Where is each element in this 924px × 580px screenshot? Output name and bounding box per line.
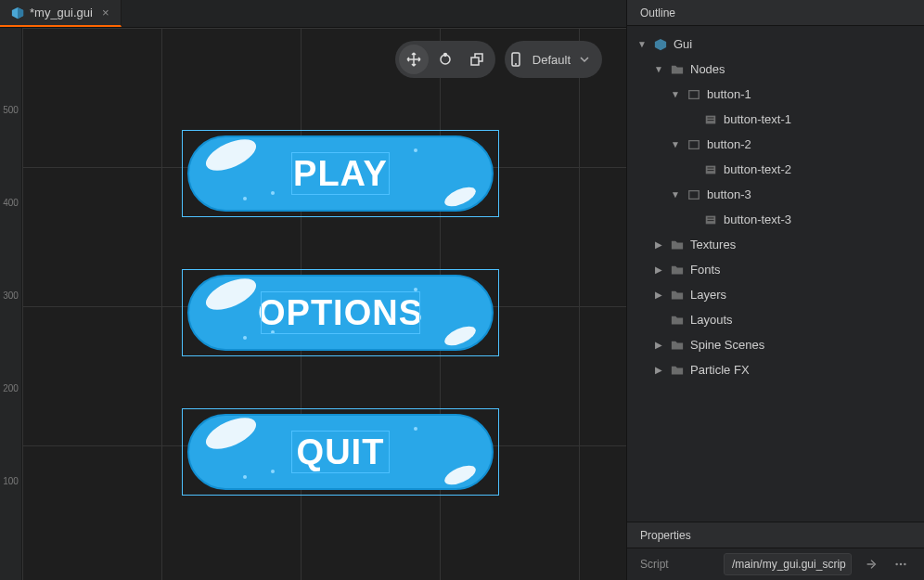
properties-panel: Properties Script /main/my_gui.gui_scrip xyxy=(627,522,924,580)
chevron-down-icon[interactable]: ▼ xyxy=(670,139,681,150)
script-value: /main/my_gui.gui_scrip xyxy=(732,558,846,571)
folder-icon xyxy=(670,62,685,77)
tree-item-label: Spine Scenes xyxy=(690,338,764,352)
chevron-right-icon[interactable]: ▶ xyxy=(653,290,664,301)
chevron-right-icon[interactable]: ▶ xyxy=(653,264,664,276)
scale-tool-button[interactable] xyxy=(462,45,492,74)
device-icon xyxy=(508,52,523,67)
tree-item[interactable]: ▼Nodes xyxy=(627,57,924,82)
chevron-down-icon[interactable]: ▼ xyxy=(636,39,648,50)
tree-item[interactable]: ▼button-2 xyxy=(627,132,924,157)
tree-item[interactable]: button-text-1 xyxy=(627,107,924,132)
properties-panel-header: Properties xyxy=(627,522,924,548)
outline-tree: ▼Gui▼Nodes▼button-1button-text-1▼button-… xyxy=(627,26,924,522)
folder-icon xyxy=(670,313,685,328)
box-icon xyxy=(687,137,701,152)
chevron-down-icon[interactable]: ▼ xyxy=(670,189,681,200)
folder-icon xyxy=(670,288,685,303)
outline-panel-header: Outline xyxy=(627,0,924,26)
folder-icon xyxy=(670,238,685,252)
gui-button-node[interactable]: QUIT xyxy=(187,414,494,490)
chevron-down-icon xyxy=(580,55,589,64)
gui-button-label: QUIT xyxy=(297,432,385,472)
chevron-down-icon[interactable]: ▼ xyxy=(653,64,664,75)
tree-item-label: Gui xyxy=(674,37,692,51)
right-sidebar: Outline ▼Gui▼Nodes▼button-1button-text-1… xyxy=(627,0,924,580)
svg-rect-5 xyxy=(689,90,699,98)
box-icon xyxy=(687,87,701,102)
text-icon xyxy=(703,162,718,177)
gui-file-icon xyxy=(11,6,24,19)
tree-item-label: button-3 xyxy=(707,187,751,201)
text-icon xyxy=(703,213,718,227)
svg-rect-13 xyxy=(689,190,699,199)
chevron-right-icon[interactable]: ▶ xyxy=(653,239,664,251)
svg-rect-16 xyxy=(708,220,714,221)
tree-item-label: button-2 xyxy=(707,137,751,151)
tree-item[interactable]: ▶Layers xyxy=(627,282,924,307)
text-icon xyxy=(703,112,718,127)
tree-item-label: Layers xyxy=(690,288,726,302)
move-tool-button[interactable] xyxy=(399,45,429,74)
editor-tab[interactable]: *my_gui.gui × xyxy=(0,0,122,27)
svg-point-19 xyxy=(904,563,905,565)
tree-item[interactable]: button-text-3 xyxy=(627,207,924,232)
tree-item-label: button-1 xyxy=(707,87,751,101)
canvas-wrap: 500400300200100 PLAYOPTIONSQUIT xyxy=(0,28,626,580)
tree-item-label: button-text-3 xyxy=(724,213,791,226)
close-icon[interactable]: × xyxy=(102,6,109,19)
ruler-tick: 100 xyxy=(0,476,21,486)
property-label: Script xyxy=(640,558,714,571)
rotate-tool-button[interactable] xyxy=(430,45,460,74)
tree-item[interactable]: ▶Spine Scenes xyxy=(627,332,924,357)
tree-item[interactable]: ▼Gui xyxy=(627,32,924,57)
ruler-tick: 200 xyxy=(0,383,21,393)
folder-icon xyxy=(670,263,685,277)
ruler-tick: 400 xyxy=(0,198,21,208)
vertical-ruler: 500400300200100 xyxy=(0,28,22,580)
gui-button-node[interactable]: PLAY xyxy=(187,135,494,212)
tree-item-label: Layouts xyxy=(690,313,733,327)
svg-point-17 xyxy=(895,563,897,565)
box-icon xyxy=(687,187,701,202)
tree-item-label: button-text-1 xyxy=(724,112,791,126)
svg-rect-2 xyxy=(471,58,479,65)
tree-item-label: Nodes xyxy=(690,62,725,76)
folder-icon xyxy=(670,338,685,353)
editor-tabs: *my_gui.gui × xyxy=(0,0,626,28)
chevron-right-icon[interactable]: ▶ xyxy=(653,340,664,351)
tree-item-label: button-text-2 xyxy=(724,162,791,176)
open-resource-button[interactable] xyxy=(861,554,881,574)
svg-rect-7 xyxy=(708,117,714,118)
transform-tools xyxy=(395,41,495,78)
gui-icon xyxy=(653,37,668,52)
editor-pane: *my_gui.gui × 500400300200100 PLAYOPTION… xyxy=(0,0,627,580)
svg-rect-15 xyxy=(708,217,714,218)
svg-rect-11 xyxy=(708,167,714,168)
device-label: Default xyxy=(533,53,571,67)
script-field[interactable]: /main/my_gui.gui_scrip xyxy=(724,553,852,575)
tree-item-label: Particle FX xyxy=(690,363,750,377)
scene-canvas[interactable]: PLAYOPTIONSQUIT xyxy=(22,28,626,580)
tree-item[interactable]: ▼button-1 xyxy=(627,82,924,107)
gui-button-node[interactable]: OPTIONS xyxy=(187,275,494,351)
device-selector[interactable]: Default xyxy=(505,41,602,78)
tree-item[interactable]: ▶Textures xyxy=(627,232,924,257)
ruler-tick: 300 xyxy=(0,290,21,301)
tree-item[interactable]: Layouts xyxy=(627,307,924,332)
more-options-button[interactable] xyxy=(891,554,911,574)
folder-icon xyxy=(670,363,685,378)
canvas-toolbar: Default xyxy=(395,41,602,78)
svg-rect-9 xyxy=(689,140,699,148)
gui-button-label: PLAY xyxy=(293,154,388,194)
chevron-down-icon[interactable]: ▼ xyxy=(670,89,681,100)
tree-item[interactable]: ▼button-3 xyxy=(627,182,924,207)
tree-item-label: Textures xyxy=(690,238,736,251)
gui-button-label: OPTIONS xyxy=(258,293,423,333)
chevron-right-icon[interactable]: ▶ xyxy=(653,365,664,376)
property-row-script: Script /main/my_gui.gui_scrip xyxy=(627,548,924,580)
svg-rect-12 xyxy=(708,170,714,171)
tree-item[interactable]: button-text-2 xyxy=(627,157,924,182)
tree-item[interactable]: ▶Fonts xyxy=(627,257,924,282)
tree-item[interactable]: ▶Particle FX xyxy=(627,357,924,382)
